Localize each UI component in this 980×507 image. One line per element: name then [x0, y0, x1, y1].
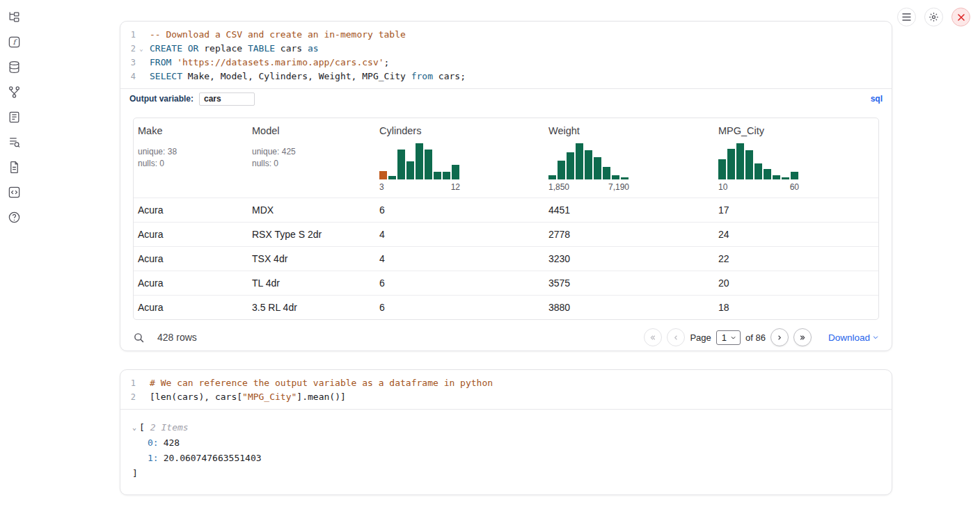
- page-select[interactable]: 1: [716, 330, 741, 345]
- page-total: of 86: [745, 332, 766, 343]
- column-label: Cylinders: [379, 125, 421, 136]
- documentation-icon[interactable]: [7, 160, 22, 175]
- tree-close: ]: [132, 466, 880, 481]
- code-line: 2 [len(cars), cars["MPG_City"].mean()]: [120, 390, 892, 404]
- column-label: Model: [252, 125, 280, 136]
- table-cell: 6: [375, 198, 544, 223]
- table-cell: 3575: [544, 271, 714, 296]
- column-header-mpg_city[interactable]: MPG_City1060: [714, 118, 878, 198]
- menu-button[interactable]: [897, 8, 916, 26]
- table-cell: 20: [714, 271, 878, 296]
- table-search-button[interactable]: [133, 332, 145, 344]
- code-line: 4 SELECT Make, Model, Cylinders, Weight,…: [120, 70, 892, 83]
- gutter-spacer: [137, 376, 145, 390]
- column-histogram[interactable]: 1,8507,190: [548, 143, 629, 192]
- python-editor[interactable]: 1 # We can reference the output variable…: [120, 370, 892, 409]
- code-line: 1 -- Download a CSV and create an in-mem…: [120, 28, 892, 42]
- code-square-icon[interactable]: [7, 185, 22, 200]
- table-cell: 22: [714, 247, 878, 271]
- language-badge: sql: [871, 94, 883, 104]
- last-page-button[interactable]: [793, 328, 812, 346]
- table-cell: TSX 4dr: [248, 247, 375, 271]
- table-cell: TL 4dr: [248, 271, 375, 296]
- histogram-bar: [425, 150, 432, 179]
- close-button[interactable]: [951, 8, 970, 26]
- dependency-graph-icon[interactable]: [7, 85, 22, 99]
- tree-key: 1:: [148, 453, 159, 463]
- tree-key: 0:: [148, 437, 159, 448]
- logs-search-icon[interactable]: [7, 135, 22, 150]
- close-bracket: ]: [132, 466, 138, 481]
- data-table: Makeunique: 38nulls: 0Modelunique: 425nu…: [133, 118, 879, 320]
- column-stats: unique: 38nulls: 0: [138, 146, 242, 170]
- close-icon: [957, 13, 965, 22]
- histogram-bar: [416, 143, 423, 179]
- histogram-axis: 312: [379, 182, 460, 192]
- search-icon: [133, 332, 145, 344]
- function-scratchpad-icon[interactable]: f: [7, 35, 22, 49]
- gutter-spacer: [137, 28, 145, 42]
- line-number: 3: [120, 56, 136, 70]
- table-row[interactable]: AcuraMDX6445117: [134, 198, 878, 223]
- tree-value: 428: [164, 437, 180, 448]
- column-header-weight[interactable]: Weight1,8507,190: [544, 118, 714, 198]
- previous-page-button[interactable]: [667, 328, 685, 346]
- table-cell: 4: [375, 247, 544, 271]
- column-histogram[interactable]: 1060: [718, 143, 799, 192]
- line-number: 1: [120, 28, 136, 42]
- table-row[interactable]: AcuraTL 4dr6357520: [134, 271, 878, 296]
- chevron-left-icon: [672, 334, 680, 341]
- snippets-icon[interactable]: [7, 110, 22, 124]
- fold-arrow-icon[interactable]: ⌄: [137, 42, 145, 56]
- column-label: Weight: [548, 125, 580, 136]
- table-footer: 428 rows Page 1 of 86: [120, 320, 892, 346]
- svg-text:f: f: [13, 38, 18, 46]
- gutter-spacer: [137, 390, 145, 404]
- tree-entry: 0:428: [132, 435, 880, 451]
- code-line-text: [len(cars), cars["MPG_City"].mean()]: [150, 390, 346, 404]
- code-line-text: FROM 'https://datasets.marimo.app/cars.c…: [150, 56, 389, 70]
- table-row[interactable]: AcuraTSX 4dr4323022: [134, 247, 878, 271]
- line-number: 1: [120, 376, 136, 390]
- histogram-axis: 1,8507,190: [548, 182, 629, 192]
- column-header-cylinders[interactable]: Cylinders312: [375, 118, 544, 198]
- column-histogram[interactable]: 312: [379, 143, 460, 192]
- histogram-bar: [754, 163, 762, 179]
- output-variable-input[interactable]: [199, 92, 255, 106]
- database-icon[interactable]: [7, 60, 22, 74]
- table-row[interactable]: AcuraRSX Type S 2dr4277824: [134, 223, 878, 247]
- code-line-text: CREATE OR replace TABLE cars as: [150, 42, 319, 56]
- chevron-down-icon: [872, 334, 879, 341]
- file-tree-icon[interactable]: [7, 10, 22, 24]
- table-cell: MDX: [248, 198, 375, 223]
- download-button[interactable]: Download: [828, 332, 879, 343]
- column-label: MPG_City: [718, 125, 764, 136]
- gutter-spacer: [137, 56, 145, 70]
- histogram-bar: [727, 149, 735, 179]
- column-header-model[interactable]: Modelunique: 425nulls: 0: [248, 118, 375, 198]
- code-line: 2⌄CREATE OR replace TABLE cars as: [120, 42, 892, 56]
- help-icon[interactable]: [7, 210, 22, 225]
- first-page-button[interactable]: [644, 328, 662, 346]
- table-cell: 3880: [544, 296, 714, 320]
- next-page-button[interactable]: [770, 328, 789, 346]
- output-variable-row: Output variable: sql: [120, 88, 892, 108]
- table-row[interactable]: Acura3.5 RL 4dr6388018: [134, 296, 878, 320]
- table-cell: 3230: [544, 247, 714, 271]
- histogram-bar: [452, 165, 459, 179]
- histogram-bar: [603, 167, 610, 179]
- code-line: 3 FROM 'https://datasets.marimo.app/cars…: [120, 56, 892, 70]
- table-cell: 2778: [544, 223, 714, 247]
- column-header-make[interactable]: Makeunique: 38nulls: 0: [134, 118, 248, 198]
- table-header-row: Makeunique: 38nulls: 0Modelunique: 425nu…: [134, 118, 878, 198]
- sql-editor[interactable]: 1 -- Download a CSV and create an in-mem…: [120, 22, 892, 88]
- table-cell: Acura: [134, 223, 248, 247]
- histogram-bar: [621, 177, 629, 179]
- settings-button[interactable]: [924, 8, 943, 26]
- table-cell: 3.5 RL 4dr: [248, 296, 375, 320]
- collapse-icon[interactable]: ⌄: [132, 420, 136, 435]
- histogram-bar: [612, 175, 619, 179]
- items-count: 2 Items: [150, 420, 189, 435]
- histogram-bar: [567, 152, 574, 179]
- histogram-bar: [594, 157, 601, 179]
